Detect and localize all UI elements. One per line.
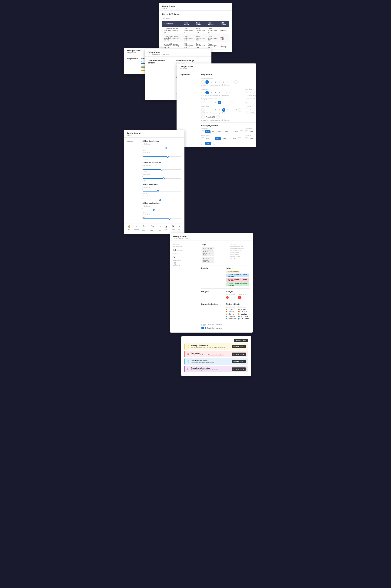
press-2014[interactable]: 2014 — [223, 130, 229, 133]
radio-section: Radio button large — [176, 59, 208, 62]
sp-prev[interactable]: ‹ — [245, 91, 248, 94]
sdd-thumb-1[interactable] — [161, 169, 163, 171]
page-btn-1[interactable]: 1 — [205, 80, 209, 84]
sdl-thumb-2[interactable] — [167, 156, 169, 158]
mob-prev[interactable]: ‹ — [201, 115, 205, 119]
icon-message[interactable]: ✉ Message — [134, 225, 139, 233]
press-2015[interactable]: 2015 — [217, 130, 223, 133]
fv-next[interactable]: › — [230, 101, 234, 104]
icon-plus[interactable]: ＋ Plus button — [178, 225, 181, 233]
tag-closeable[interactable]: YOU CAN CLOSE THIS TAG × — [202, 257, 214, 263]
press-2017[interactable]: 2017 — [205, 130, 210, 133]
icon-discount-white[interactable]: % Discount white — [142, 225, 147, 233]
ssl-track-1[interactable] — [143, 191, 181, 192]
icon-login[interactable]: ◉ Login — [165, 225, 168, 233]
mob-next[interactable]: › — [216, 115, 220, 119]
pm-prev[interactable]: ‹ — [201, 137, 204, 140]
switch-on[interactable] — [201, 327, 206, 329]
pm-next-mob[interactable]: › — [212, 142, 215, 145]
ssd-thumb-1[interactable] — [153, 209, 155, 211]
fv-5[interactable]: 5 — [222, 101, 225, 104]
sdl-thumb-1[interactable] — [165, 147, 167, 149]
pl-2017[interactable]: 2017 — [248, 137, 254, 140]
mp-6[interactable]: 40 — [234, 108, 238, 112]
sp-2[interactable]: 2 — [253, 91, 256, 94]
sdd-thumb-2[interactable] — [163, 177, 165, 179]
pm-2017-mob[interactable]: 2017 — [205, 142, 211, 145]
mp-2[interactable]: 3 — [214, 108, 217, 112]
fp-2[interactable]: 2 — [209, 91, 213, 94]
mp-prev[interactable]: ‹ — [201, 108, 205, 112]
mp-next[interactable]: › — [238, 108, 242, 112]
icon-home[interactable]: ⌂ Home page — [158, 225, 161, 233]
fv-prev[interactable]: ‹ — [201, 101, 205, 104]
page-next-btn[interactable]: › — [234, 80, 238, 84]
pm-2012[interactable]: 2012 — [221, 137, 227, 140]
press-2016[interactable]: 2016 — [211, 130, 217, 133]
press2-2017[interactable]: 2017 — [248, 130, 254, 133]
fv-3[interactable]: 3 — [214, 101, 217, 104]
pm-2014[interactable]: 2014 — [215, 137, 221, 140]
press2-2016[interactable]: 2016 — [255, 130, 256, 133]
fp-4[interactable]: 4 — [218, 91, 221, 94]
fv-1[interactable]: 1 — [205, 101, 209, 104]
lv-1[interactable]: 1 — [249, 101, 252, 104]
sdd-track-1[interactable] — [143, 169, 181, 170]
top-action-btn[interactable]: DO THIS THING — [234, 339, 248, 342]
lv-prev[interactable]: ‹ — [245, 101, 248, 104]
callout-warning-btn[interactable]: DO THIS THING — [232, 345, 246, 348]
pm-next[interactable]: › — [238, 137, 241, 140]
sp-1[interactable]: 1 — [249, 91, 252, 94]
ssd-track-1[interactable] — [143, 210, 181, 210]
page-prev-btn[interactable]: ‹ — [201, 80, 205, 84]
fv-2[interactable]: 2 — [209, 101, 213, 104]
pm-prev-mob[interactable]: ‹ — [201, 142, 204, 145]
sdd-track-2[interactable] — [143, 178, 181, 179]
sdl-track-1[interactable] — [143, 148, 181, 148]
fp-prev[interactable]: ‹ — [201, 91, 205, 94]
page-btn-3[interactable]: 3 — [214, 80, 217, 84]
callout-body: DO THIS THING ⓘ Warning callout status Y… — [181, 336, 251, 376]
ssl-thumb-1[interactable] — [157, 190, 159, 192]
badges-section: Badges Badges Badge default 1 — [201, 290, 250, 299]
callout-secondary-btn[interactable]: DO THIS THING — [232, 368, 246, 371]
ssd-track-2[interactable] — [143, 219, 181, 219]
icon-phone[interactable]: ☎ Phone — [171, 225, 175, 233]
pm-2009[interactable]: 2009 — [232, 137, 237, 140]
mp-1[interactable]: 1 — [205, 108, 209, 112]
sdl-track-2[interactable] — [143, 156, 181, 157]
page-btn-2[interactable]: 2 — [209, 80, 213, 84]
switch-off[interactable] — [201, 324, 206, 326]
lp-prev[interactable]: ‹ — [245, 108, 248, 112]
table-cell-content: Table content goes here — [195, 34, 207, 42]
page-btn-5[interactable]: 5 — [222, 80, 225, 84]
ssl-thumb-2[interactable] — [159, 199, 161, 201]
lp-1[interactable]: 1 — [249, 108, 252, 112]
press-next[interactable]: › — [240, 130, 243, 133]
pl-prev[interactable]: ‹ — [245, 137, 248, 140]
fv-4[interactable]: 4 — [218, 101, 221, 104]
mp-3[interactable]: 4 — [218, 108, 221, 112]
callout-error-btn[interactable]: DO THIS THING — [232, 353, 246, 356]
fp-1[interactable]: 1 — [205, 91, 209, 94]
fp-next[interactable]: › — [226, 91, 230, 94]
press2-prev[interactable]: ‹ — [245, 130, 248, 133]
page-btn-6[interactable]: 6 — [230, 80, 234, 84]
icon-discount-black[interactable]: % Discount black — [150, 225, 155, 233]
icon-blog[interactable]: ✍ Blog — [127, 225, 130, 233]
discount-black-icon: % — [151, 225, 154, 228]
mp-5[interactable]: 6 — [226, 108, 230, 112]
page-btn-4[interactable]: 4 — [218, 80, 221, 84]
fp-3[interactable]: 3 — [214, 91, 217, 94]
callout-primary-btn[interactable]: DO THIS THING — [232, 360, 246, 363]
pm-2017[interactable]: 2017 — [205, 137, 210, 140]
ssl-track-2[interactable] — [143, 200, 181, 200]
callout-error-link[interactable]: let's go & do this here it — [209, 354, 224, 356]
tag-2: THIS IS ANOTHER TAG — [202, 250, 214, 256]
press-prev[interactable]: ‹ — [201, 130, 204, 133]
tag-close-btn[interactable]: × — [212, 259, 213, 261]
press-2009[interactable]: 2009 — [234, 130, 239, 133]
pm-dots2: ... — [227, 137, 231, 140]
mp-4[interactable]: 5 — [222, 108, 225, 112]
ssd-thumb-2[interactable] — [169, 218, 171, 220]
